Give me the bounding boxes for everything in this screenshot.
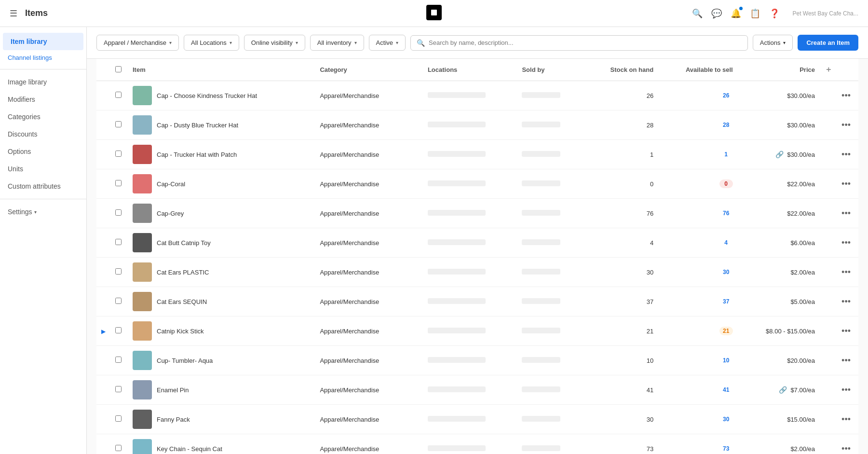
- row-select-checkbox[interactable]: [115, 121, 122, 127]
- row-item-name-4[interactable]: Cap-Grey: [128, 199, 315, 228]
- more-options-button[interactable]: •••: [839, 325, 854, 337]
- more-options-button[interactable]: •••: [839, 207, 854, 220]
- app-logo: [426, 5, 442, 22]
- more-options-button[interactable]: •••: [839, 384, 854, 396]
- chat-icon[interactable]: 💬: [711, 8, 722, 19]
- row-checkbox-4[interactable]: [110, 199, 128, 228]
- help-icon[interactable]: ❓: [769, 8, 780, 19]
- row-checkbox-9[interactable]: [110, 346, 128, 375]
- row-checkbox-5[interactable]: [110, 228, 128, 258]
- row-item-name-2[interactable]: Cap - Trucker Hat with Patch: [128, 140, 315, 169]
- row-select-checkbox[interactable]: [115, 357, 122, 363]
- more-options-button[interactable]: •••: [839, 178, 854, 190]
- sidebar-item-channel-listings[interactable]: Channel listings: [0, 50, 86, 65]
- available-badge: 30: [719, 415, 733, 424]
- row-checkbox-1[interactable]: [110, 110, 128, 140]
- sidebar-item-discounts[interactable]: Discounts: [0, 125, 86, 143]
- more-options-button[interactable]: •••: [839, 149, 854, 161]
- available-badge: 4: [719, 238, 733, 247]
- location-filter-label: All Locations: [191, 39, 227, 46]
- row-select-checkbox[interactable]: [115, 239, 122, 245]
- more-options-button[interactable]: •••: [839, 90, 854, 102]
- row-locations-7: [423, 287, 517, 316]
- row-select-checkbox[interactable]: [115, 180, 122, 186]
- row-select-checkbox[interactable]: [115, 445, 122, 451]
- more-options-button[interactable]: •••: [839, 443, 854, 454]
- more-options-button[interactable]: •••: [839, 413, 854, 426]
- row-price-11: $15.00/ea: [738, 405, 820, 434]
- row-checkbox-2[interactable]: [110, 140, 128, 169]
- row-locations-3: [423, 169, 517, 199]
- sidebar-item-categories[interactable]: Categories: [0, 108, 86, 125]
- row-item-name-3[interactable]: Cap-Coral: [128, 169, 315, 199]
- sidebar-item-image-library[interactable]: Image library: [0, 73, 86, 91]
- row-select-checkbox[interactable]: [115, 268, 122, 275]
- link-icon[interactable]: 🔗: [779, 386, 787, 394]
- row-item-name-9[interactable]: Cup- Tumbler- Aqua: [128, 346, 315, 375]
- row-item-name-5[interactable]: Cat Butt Catnip Toy: [128, 228, 315, 258]
- create-item-button[interactable]: Create an Item: [798, 35, 858, 51]
- row-checkbox-6[interactable]: [110, 258, 128, 287]
- item-thumbnail: [133, 262, 152, 282]
- row-checkbox-7[interactable]: [110, 287, 128, 316]
- row-select-checkbox[interactable]: [115, 209, 122, 216]
- category-filter-button[interactable]: Apparel / Merchandise ▾: [96, 35, 179, 51]
- page-title: Items: [25, 8, 48, 18]
- menu-icon[interactable]: ☰: [10, 8, 17, 19]
- settings-label: Settings: [8, 208, 32, 216]
- sidebar-item-item-library[interactable]: Item library: [3, 33, 83, 50]
- bell-icon[interactable]: 🔔: [731, 8, 741, 19]
- sidebar-item-settings[interactable]: Settings ▾: [0, 203, 86, 220]
- search-input[interactable]: [429, 39, 742, 46]
- more-options-button[interactable]: •••: [839, 296, 854, 308]
- select-all-checkbox[interactable]: [115, 66, 122, 72]
- item-name: Cat Butt Catnip Toy: [157, 239, 211, 247]
- sidebar-item-modifiers[interactable]: Modifiers: [0, 91, 86, 108]
- row-checkbox-12[interactable]: [110, 434, 128, 454]
- sidebar-item-units[interactable]: Units: [0, 160, 86, 178]
- row-select-checkbox[interactable]: [115, 298, 122, 304]
- inventory-filter-button[interactable]: All inventory ▾: [310, 35, 364, 51]
- row-select-checkbox[interactable]: [115, 415, 122, 422]
- row-expand-8[interactable]: ▶: [96, 316, 110, 346]
- location-filter-button[interactable]: All Locations ▾: [184, 35, 239, 51]
- row-expand-4: [96, 199, 110, 228]
- row-item-name-1[interactable]: Cap - Dusty Blue Trucker Hat: [128, 110, 315, 140]
- clipboard-icon[interactable]: 📋: [750, 8, 760, 19]
- row-item-name-8[interactable]: Catnip Kick Stick: [128, 316, 315, 346]
- more-options-button[interactable]: •••: [839, 119, 854, 131]
- more-options-button[interactable]: •••: [839, 237, 854, 249]
- row-checkbox-3[interactable]: [110, 169, 128, 199]
- link-icon[interactable]: 🔗: [775, 151, 784, 158]
- row-checkbox-10[interactable]: [110, 375, 128, 405]
- row-select-checkbox[interactable]: [115, 327, 122, 333]
- row-stock-2: 1: [584, 140, 658, 169]
- item-thumbnail: [133, 233, 152, 252]
- row-item-name-0[interactable]: Cap - Choose Kindness Trucker Hat: [128, 81, 315, 110]
- sidebar-item-custom-attributes[interactable]: Custom attributes: [0, 178, 86, 195]
- row-item-name-11[interactable]: Fanny Pack: [128, 405, 315, 434]
- row-checkbox-8[interactable]: [110, 316, 128, 346]
- row-available-6: 30: [658, 258, 738, 287]
- add-column-icon[interactable]: ＋: [825, 65, 832, 73]
- row-select-checkbox[interactable]: [115, 151, 122, 157]
- row-select-checkbox[interactable]: [115, 386, 122, 392]
- row-item-name-10[interactable]: Enamel Pin: [128, 375, 315, 405]
- more-options-button[interactable]: •••: [839, 266, 854, 278]
- available-badge: 73: [719, 444, 733, 453]
- row-select-checkbox[interactable]: [115, 92, 122, 98]
- row-checkbox-11[interactable]: [110, 405, 128, 434]
- row-price-6: $2.00/ea: [738, 258, 820, 287]
- sidebar-item-options[interactable]: Options: [0, 143, 86, 160]
- more-options-button[interactable]: •••: [839, 355, 854, 367]
- row-item-name-7[interactable]: Cat Ears SEQUIN: [128, 287, 315, 316]
- status-filter-button[interactable]: Active ▾: [369, 35, 406, 51]
- visibility-filter-button[interactable]: Online visibility ▾: [244, 35, 305, 51]
- item-name: Key Chain - Sequin Cat: [157, 445, 222, 453]
- row-item-name-6[interactable]: Cat Ears PLASTIC: [128, 258, 315, 287]
- search-icon[interactable]: 🔍: [692, 8, 703, 19]
- row-checkbox-0[interactable]: [110, 81, 128, 110]
- row-item-name-12[interactable]: Key Chain - Sequin Cat: [128, 434, 315, 454]
- actions-button[interactable]: Actions ▾: [753, 35, 793, 51]
- row-stock-1: 28: [584, 110, 658, 140]
